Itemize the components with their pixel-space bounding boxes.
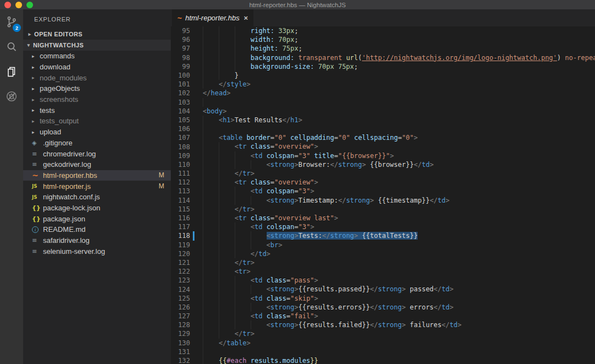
tab-close-icon[interactable]: × [240,14,248,22]
code-line[interactable]: 99 background-size: 70px 75px; [171,62,595,71]
line-number[interactable]: 124 [171,286,190,294]
line-number[interactable]: 114 [171,197,190,204]
code-line[interactable]: 102</head> [171,89,595,97]
line-number[interactable]: 109 [171,152,190,160]
line-number[interactable]: 112 [171,178,190,186]
code-line[interactable]: 129 </tr> [171,329,595,338]
line-number[interactable]: 130 [171,339,190,347]
tree-item-pageobjects[interactable]: ▸pageObjects [23,83,171,94]
line-number[interactable]: 115 [171,205,190,213]
code-line[interactable]: 95 right: 33px; [171,26,595,35]
minimize-window-button[interactable] [15,2,22,8]
tree-item-safaridriver-log[interactable]: ≡safaridriver.log [23,235,171,246]
workspace-section-header[interactable]: ▾ NIGHTWATCHJS [23,40,171,51]
line-number[interactable]: 104 [171,107,190,115]
tree-item-package-lock-json[interactable]: {}package-lock.json [23,203,171,214]
tree-item-node-modules[interactable]: ▸node_modules [23,72,171,83]
tree-item-download[interactable]: ▸download [23,62,171,73]
tree-item-geckodriver-log[interactable]: ≡geckodriver.log [23,159,171,170]
code-line[interactable]: 108 <tr class="overview"> [171,142,595,151]
line-number[interactable]: 116 [171,214,190,222]
line-number[interactable]: 113 [171,187,190,195]
line-number[interactable]: 108 [171,143,190,151]
line-number[interactable]: 118 [171,232,190,240]
tab-html-reporter-hbs[interactable]: ~ html-reporter.hbs × [172,9,253,26]
debug-activity-button[interactable] [0,84,23,108]
code-line[interactable]: 121 </tr> [171,258,595,267]
tree-item-package-json[interactable]: {}package.json [23,213,171,224]
line-number[interactable]: 127 [171,312,190,320]
line-number[interactable]: 120 [171,250,190,258]
tree-item-readme-md[interactable]: iREADME.md [23,224,171,235]
code-line[interactable]: 105 <h1>Test Results</h1> [171,116,595,124]
line-number[interactable]: 105 [171,116,190,124]
tree-item-selenium-server-log[interactable]: ≡selenium-server.log [23,246,171,257]
line-number[interactable]: 122 [171,268,190,275]
line-number[interactable]: 128 [171,321,190,329]
tree-item-upload[interactable]: ▸upload [23,127,171,138]
line-number[interactable]: 103 [171,99,190,106]
code-line[interactable]: 122 <tr> [171,267,595,276]
code-line[interactable]: 97 height: 75px; [171,44,595,53]
code-line[interactable]: 132 {{#each results.modules}} [171,356,595,364]
line-number[interactable]: 131 [171,348,190,356]
code-line[interactable]: 115 </tr> [171,205,595,214]
code-line[interactable]: 109 <td colspan="3" title="{{browser}}"> [171,151,595,160]
line-number[interactable]: 123 [171,276,190,284]
tree-item-tests-output[interactable]: ▸tests_output [23,116,171,127]
line-number[interactable]: 111 [171,170,190,177]
code-line[interactable]: 125 <td class="skip"> [171,294,595,303]
code-line[interactable]: 98 background: transparent url('http://n… [171,53,595,62]
code-line[interactable]: 120 </td> [171,249,595,258]
code-line[interactable]: 113 <td colspan="3"> [171,187,595,195]
line-number[interactable]: 95 [171,27,190,35]
code-line[interactable]: 123 <td class="pass"> [171,276,595,285]
code-line[interactable]: 130 </table> [171,339,595,347]
open-editors-section-header[interactable]: ▸ OPEN EDITORS [23,29,171,40]
code-line[interactable]: 107 <table border="0" cellpadding="0" ce… [171,133,595,142]
code-line[interactable]: 110 <strong>Browser:</strong> {{browser}… [171,160,595,169]
code-line[interactable]: 104<body> [171,107,595,116]
line-number[interactable]: 117 [171,223,190,231]
code-line[interactable]: 100 } [171,71,595,80]
line-number[interactable]: 107 [171,134,190,142]
line-number[interactable]: 125 [171,295,190,302]
code-line[interactable]: 126 <strong>{{results.errors}}</strong> … [171,303,595,312]
line-number[interactable]: 110 [171,161,190,169]
tree-item--gitignore[interactable]: ◈.gitignore [23,138,171,149]
code-line[interactable]: 128 <strong>{{results.failed}}</strong> … [171,320,595,329]
tree-item-html-reporter-hbs[interactable]: ~html-reporter.hbsM [23,170,171,181]
close-window-button[interactable] [4,2,11,8]
code-line[interactable]: 106 [171,124,595,133]
code-line[interactable]: 111 </tr> [171,169,595,178]
code-line[interactable]: 103 [171,98,595,107]
line-number[interactable]: 129 [171,330,190,338]
explorer-activity-button[interactable] [0,59,23,84]
zoom-window-button[interactable] [26,2,33,8]
line-number[interactable]: 97 [171,45,190,52]
code-line[interactable]: 96 width: 70px; [171,35,595,44]
line-number[interactable]: 100 [171,72,190,79]
line-number[interactable]: 98 [171,54,190,62]
tree-item-nightwatch-conf-js[interactable]: JSnightwatch.conf.js [23,192,171,203]
line-number[interactable]: 126 [171,303,190,311]
code-line[interactable]: 112 <tr class="overview"> [171,178,595,187]
code-line[interactable]: 116 <tr class="overview last"> [171,214,595,222]
line-number[interactable]: 102 [171,89,190,97]
line-number[interactable]: 121 [171,259,190,267]
code-editor[interactable]: 95 right: 33px;96 width: 70px;97 height:… [171,26,595,364]
line-number[interactable]: 132 [171,357,190,364]
tree-item-tests[interactable]: ▸tests [23,105,171,116]
search-activity-button[interactable] [0,34,23,59]
line-number[interactable]: 119 [171,241,190,249]
code-line[interactable]: 124 <strong>{{results.passed}}</strong> … [171,285,595,294]
tree-item-chromedriver-log[interactable]: ≡chromedriver.log [23,148,171,159]
code-line[interactable]: 114 <strong>Timestamp:</strong> {{timest… [171,196,595,205]
source-control-activity-button[interactable]: 2 [0,9,23,34]
line-number[interactable]: 96 [171,36,190,44]
line-number[interactable]: 101 [171,80,190,88]
code-line[interactable]: 131 [171,347,595,356]
code-line[interactable]: 117 <td colspan="3"> [171,222,595,231]
tree-item-screenshots[interactable]: ▸screenshots [23,94,171,105]
line-number[interactable]: 99 [171,63,190,70]
